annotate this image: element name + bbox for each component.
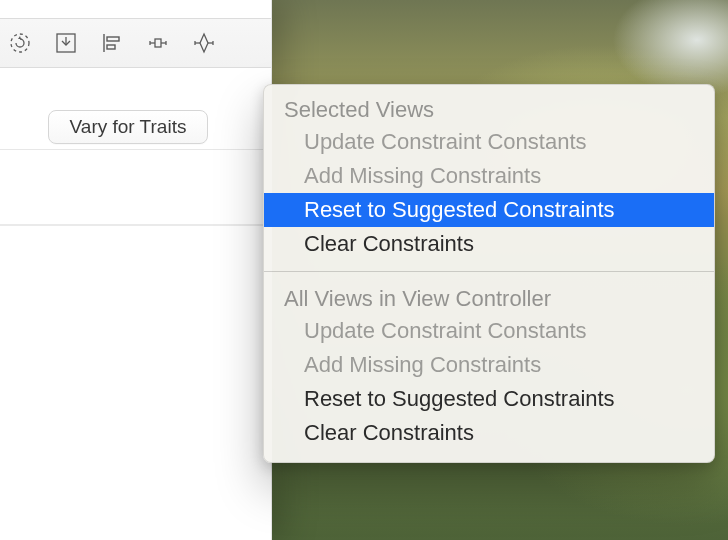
menu-item-update-constraint-constants-all: Update Constraint Constants (264, 314, 714, 348)
menu-item-update-constraint-constants: Update Constraint Constants (264, 125, 714, 159)
trait-variation-bar: Vary for Traits (0, 70, 271, 150)
menu-section-header: Selected Views (264, 93, 714, 125)
update-frames-icon[interactable] (6, 29, 34, 57)
svg-rect-3 (107, 45, 115, 49)
divider (0, 224, 271, 226)
pin-icon[interactable] (144, 29, 172, 57)
embed-in-icon[interactable] (52, 29, 80, 57)
menu-separator (264, 271, 714, 272)
menu-item-reset-to-suggested-constraints[interactable]: Reset to Suggested Constraints (264, 193, 714, 227)
menu-item-clear-constraints[interactable]: Clear Constraints (264, 227, 714, 261)
menu-item-clear-constraints-all[interactable]: Clear Constraints (264, 416, 714, 450)
xcode-window: Vary for Traits (0, 0, 272, 540)
resolve-autolayout-menu: Selected Views Update Constraint Constan… (263, 84, 715, 463)
canvas-bottom-toolbar (0, 18, 271, 68)
menu-item-add-missing-constraints: Add Missing Constraints (264, 159, 714, 193)
menu-item-add-missing-constraints-all: Add Missing Constraints (264, 348, 714, 382)
align-icon[interactable] (98, 29, 126, 57)
vary-for-traits-button[interactable]: Vary for Traits (48, 110, 208, 144)
svg-rect-2 (107, 37, 119, 41)
svg-rect-4 (155, 39, 161, 47)
menu-section-header: All Views in View Controller (264, 282, 714, 314)
resolve-issues-icon[interactable] (190, 29, 218, 57)
menu-item-reset-to-suggested-constraints-all[interactable]: Reset to Suggested Constraints (264, 382, 714, 416)
